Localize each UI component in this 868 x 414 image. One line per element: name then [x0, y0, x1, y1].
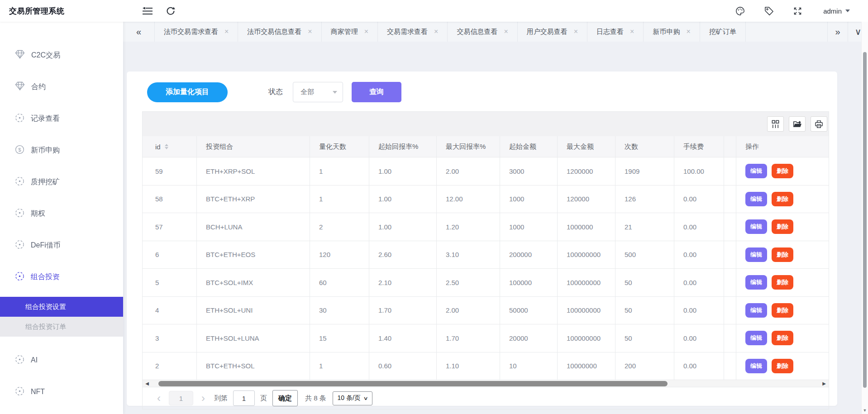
table-cell: 0.60	[369, 352, 437, 380]
actions-cell: 编辑 删除	[736, 269, 829, 296]
delete-button[interactable]: 删除	[772, 331, 793, 345]
table-cell: 0.00	[674, 352, 724, 380]
edit-button[interactable]: 编辑	[745, 247, 767, 262]
scroll-tabs-right-button[interactable]: »	[827, 22, 848, 42]
theme-palette-icon[interactable]	[735, 6, 745, 16]
aim-icon	[15, 113, 24, 124]
edit-button[interactable]: 编辑	[745, 192, 767, 206]
delete-button[interactable]: 删除	[772, 275, 793, 290]
sidebar-item[interactable]: 质押挖矿	[0, 166, 123, 198]
tab[interactable]: 商家管理 ×	[322, 22, 378, 42]
sidebar-item[interactable]: NFT	[0, 376, 123, 408]
close-tab-icon[interactable]: ×	[308, 28, 312, 35]
vertical-scrollbar-thumb[interactable]	[863, 52, 867, 388]
vertical-scrollbar[interactable]: ▼	[861, 22, 868, 414]
horizontal-scrollbar-thumb[interactable]	[158, 381, 668, 386]
fullscreen-icon[interactable]	[793, 6, 802, 16]
sidebar-item[interactable]: C2C交易	[0, 39, 123, 71]
edit-button[interactable]: 编辑	[745, 303, 767, 318]
close-tab-icon[interactable]: ×	[630, 28, 634, 35]
sidebar-item[interactable]: 记录查看	[0, 103, 123, 134]
close-tab-icon[interactable]: ×	[686, 28, 690, 35]
scroll-left-arrow-icon[interactable]: ◀	[143, 381, 152, 386]
delete-button[interactable]: 删除	[772, 192, 793, 206]
columns-icon[interactable]	[767, 116, 784, 132]
main-area: « 法币交易需求查看 × 法币交易信息查看 × 商家管理 × 交易需求查看 × …	[123, 22, 868, 414]
spacer-cell	[724, 157, 736, 185]
sidebar-item[interactable]: 组合投资	[0, 261, 123, 293]
close-tab-icon[interactable]: ×	[504, 28, 508, 35]
sidebar-item-partial[interactable]: 币币交易	[0, 22, 123, 33]
edit-button[interactable]: 编辑	[745, 275, 767, 290]
sidebar-subitem[interactable]: 组合投资设置	[0, 297, 123, 317]
prev-page-button[interactable]: ‹	[156, 393, 162, 404]
tab[interactable]: 新币申购 ×	[644, 22, 700, 42]
tab[interactable]: 交易信息查看 ×	[448, 22, 517, 42]
sidebar-item[interactable]: 期权	[0, 198, 123, 229]
table-cell: 2	[143, 352, 197, 380]
close-tab-icon[interactable]: ×	[574, 28, 578, 35]
menu-icon	[15, 22, 25, 23]
edit-button[interactable]: 编辑	[745, 331, 767, 345]
tab[interactable]: 法币交易需求查看 ×	[155, 22, 238, 42]
current-page-badge[interactable]: 1	[169, 391, 193, 405]
column-header-actions: 操作	[736, 136, 829, 157]
page-size-select[interactable]: 10 条/页 ∨	[333, 391, 372, 405]
refresh-icon[interactable]	[166, 6, 175, 15]
goto-page-input[interactable]	[233, 390, 255, 406]
scroll-down-arrow-icon[interactable]: ▼	[863, 408, 867, 413]
delete-button[interactable]: 删除	[772, 247, 793, 262]
add-quant-project-button[interactable]: 添加量化项目	[147, 82, 228, 102]
tab[interactable]: 用户交易查看 ×	[518, 22, 587, 42]
column-header[interactable]: id	[143, 136, 197, 157]
delete-button[interactable]: 删除	[772, 303, 793, 318]
table-row: 6BTC+ETH+EOS1202.603.1020000010000000050…	[143, 241, 829, 269]
tab[interactable]: 法币交易信息查看 ×	[238, 22, 321, 42]
sidebar-subitem[interactable]: 组合投资订单	[0, 317, 123, 337]
print-icon[interactable]	[811, 116, 827, 132]
status-select[interactable]: 全部	[293, 82, 343, 102]
scroll-tabs-left-button[interactable]: «	[123, 22, 155, 42]
edit-button[interactable]: 编辑	[745, 164, 767, 178]
table-row: 4ETH+SOL+UNI301.702.0050000100000000500.…	[143, 297, 829, 325]
table-cell: 2.10	[369, 269, 437, 296]
page-label: 页	[260, 394, 267, 403]
confirm-page-button[interactable]: 确定	[272, 390, 298, 406]
tab[interactable]: 交易需求查看 ×	[378, 22, 448, 42]
user-menu[interactable]: admin	[823, 7, 850, 15]
edit-button[interactable]: 编辑	[745, 219, 767, 234]
table-cell: 1.00	[369, 213, 437, 241]
table-cell: 0.00	[674, 241, 724, 269]
sidebar-item[interactable]: 合约	[0, 71, 123, 103]
tag-icon[interactable]	[764, 6, 774, 16]
collapse-sidebar-icon[interactable]	[143, 7, 153, 15]
table-cell: 2	[310, 213, 369, 241]
tab[interactable]: 日志查看 ×	[587, 22, 644, 42]
next-page-button[interactable]: ›	[200, 393, 206, 404]
close-tab-icon[interactable]: ×	[434, 28, 438, 35]
tab[interactable]: 挖矿订单	[700, 22, 746, 42]
column-header: 起始金额	[500, 136, 558, 157]
table-cell: 10	[500, 352, 558, 380]
table-cell: 100000000	[558, 269, 615, 296]
table-cell: 200000	[500, 241, 558, 269]
query-button[interactable]: 查询	[352, 82, 401, 102]
table-cell: 15	[310, 324, 369, 352]
table-cell: 100000000	[558, 241, 615, 269]
table-row: 59ETH+XRP+SOL11.002.00300012000001909100…	[143, 157, 829, 186]
delete-button[interactable]: 删除	[772, 359, 793, 373]
sidebar-item[interactable]: $ 新币申购	[0, 134, 123, 166]
edit-button[interactable]: 编辑	[745, 359, 767, 373]
delete-button[interactable]: 删除	[772, 164, 793, 178]
horizontal-scrollbar[interactable]: ◀ ▶	[143, 380, 829, 387]
table-cell: 1.00	[369, 157, 437, 185]
scroll-right-arrow-icon[interactable]: ▶	[820, 381, 829, 386]
delete-button[interactable]: 删除	[772, 219, 793, 234]
sidebar-item[interactable]: AI	[0, 344, 123, 376]
sidebar-item[interactable]: DeFi借币	[0, 229, 123, 261]
close-tab-icon[interactable]: ×	[224, 28, 229, 35]
aim-icon	[15, 240, 24, 251]
table-cell: 10000000	[558, 352, 615, 380]
export-icon[interactable]	[789, 116, 806, 132]
close-tab-icon[interactable]: ×	[364, 28, 368, 35]
